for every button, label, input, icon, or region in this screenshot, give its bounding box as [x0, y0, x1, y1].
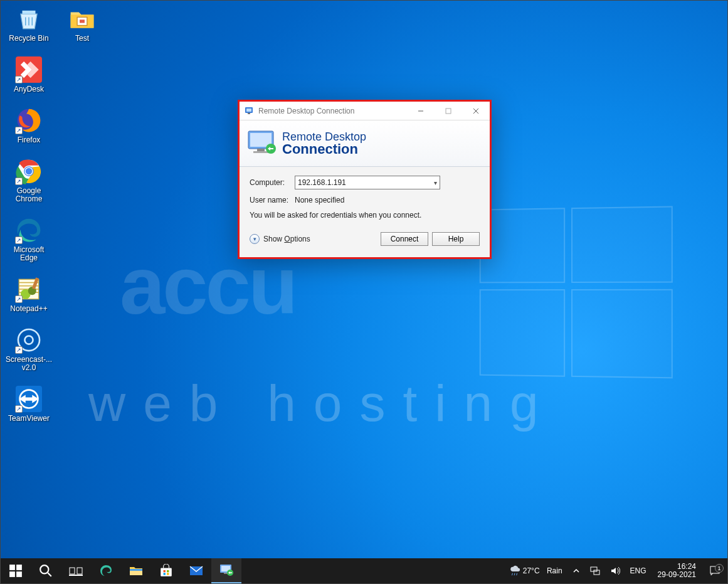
task-view-button[interactable]	[61, 558, 91, 583]
svg-rect-35	[69, 575, 83, 576]
tray-language[interactable]: ENG	[625, 558, 652, 583]
taskbar-app-edge[interactable]	[91, 558, 121, 583]
svg-line-48	[512, 573, 512, 576]
desktop-icon-screencast[interactable]: ↗ Screencast-... v2.0	[7, 327, 51, 372]
svg-line-49	[514, 573, 515, 576]
computer-combobox[interactable]: 192.168.1.191 ▾	[295, 176, 440, 189]
show-options-toggle[interactable]: ▾ Show Options	[250, 234, 310, 244]
shortcut-arrow-icon: ↗	[15, 76, 23, 83]
desktop-icon-label: Screencast-... v2.0	[6, 356, 52, 372]
folder-icon	[69, 6, 95, 32]
svg-point-4	[26, 168, 33, 175]
tray-network-icon[interactable]	[585, 558, 605, 583]
rdc-icon	[219, 563, 233, 577]
svg-rect-38	[161, 568, 172, 576]
rdc-banner: Remote DesktopConnection	[240, 120, 490, 167]
computer-value: 192.168.1.191	[298, 178, 346, 187]
weather-rain-icon	[509, 565, 520, 576]
minimize-button[interactable]	[407, 102, 435, 120]
anydesk-icon: ↗	[16, 56, 42, 83]
show-options-label: Show Options	[263, 235, 310, 243]
action-center-button[interactable]: 1	[702, 565, 727, 576]
search-button[interactable]	[31, 558, 61, 583]
watermark-webhosting: web hosting	[88, 374, 556, 433]
chrome-icon: ↗	[16, 158, 42, 184]
desktop-icon-label: Notepad++	[10, 305, 47, 313]
tray-overflow[interactable]	[567, 558, 585, 583]
notification-count: 1	[715, 564, 724, 573]
microsoft-store-icon	[159, 564, 173, 578]
taskbar-app-rdc[interactable]	[211, 558, 241, 583]
desktop-icon-microsoft-edge[interactable]: ↗ Microsoft Edge	[7, 217, 51, 262]
window-title: Remote Desktop Connection	[258, 107, 354, 115]
desktop-icon-anydesk[interactable]: ↗ AnyDesk	[7, 56, 51, 93]
recycle-bin-icon	[16, 6, 42, 32]
connect-button[interactable]: Connect	[381, 232, 428, 246]
svg-point-31	[40, 565, 48, 573]
svg-rect-41	[164, 573, 166, 575]
svg-rect-30	[16, 571, 22, 577]
help-button[interactable]: Help	[432, 232, 480, 246]
svg-rect-37	[130, 569, 142, 571]
chevron-down-icon: ▾	[434, 179, 437, 186]
svg-rect-39	[164, 570, 166, 572]
rdc-app-icon	[245, 106, 255, 116]
maximize-button[interactable]	[435, 102, 462, 120]
chevron-up-icon	[572, 567, 580, 575]
weather-condition: Rain	[547, 566, 562, 575]
desktop-icon-notepad-plus-plus[interactable]: ↗ Notepad++	[7, 276, 51, 313]
credentials-hint: You will be asked for credentials when y…	[250, 211, 480, 220]
svg-rect-19	[446, 109, 451, 114]
window-titlebar[interactable]: Remote Desktop Connection	[240, 102, 490, 120]
desktop-icon-label: Microsoft Edge	[7, 246, 51, 262]
desktop-icons-col1: Recycle Bin ↗ AnyDesk ↗ Firefox ↗ Google…	[7, 6, 57, 437]
weather-widget[interactable]: 27°C Rain	[504, 558, 567, 583]
file-explorer-icon	[129, 564, 143, 578]
username-label: User name:	[250, 196, 295, 204]
computer-label: Computer:	[250, 178, 295, 187]
system-tray: 27°C Rain ENG 16:24 29-09-2021 1	[504, 558, 727, 583]
svg-rect-17	[248, 113, 250, 114]
tray-clock[interactable]: 16:24 29-09-2021	[652, 563, 702, 579]
teamviewer-icon: ↗	[16, 386, 42, 412]
chevron-down-icon: ▾	[250, 234, 260, 244]
svg-rect-25	[253, 151, 268, 153]
rdc-body: Computer: 192.168.1.191 ▾ User name: Non…	[240, 167, 490, 257]
windows-desktop: accu web hosting Recycle Bin ↗ AnyDesk ↗…	[0, 0, 728, 584]
tray-volume-icon[interactable]	[605, 558, 625, 583]
desktop-icon-firefox[interactable]: ↗ Firefox	[7, 107, 51, 144]
windows-start-icon	[9, 564, 23, 578]
desktop-icon-teamviewer[interactable]: ↗ TeamViewer	[7, 386, 51, 423]
taskbar: 27°C Rain ENG 16:24 29-09-2021 1	[1, 558, 727, 583]
shortcut-arrow-icon: ↗	[15, 178, 23, 185]
tray-language-label: ENG	[630, 566, 646, 575]
svg-rect-24	[257, 149, 265, 151]
desktop-icon-label: Test	[75, 35, 89, 43]
shortcut-arrow-icon: ↗	[15, 405, 23, 413]
rdc-banner-title: Remote DesktopConnection	[282, 130, 366, 156]
desktop-icon-label: Recycle Bin	[9, 35, 48, 43]
svg-line-32	[48, 573, 51, 576]
shortcut-arrow-icon: ↗	[15, 236, 23, 244]
desktop-icon-google-chrome[interactable]: ↗ Google Chrome	[7, 158, 51, 203]
desktop-icon-test-folder[interactable]: Test	[60, 6, 104, 43]
close-button[interactable]	[462, 102, 490, 120]
desktop-icon-label: Firefox	[18, 136, 41, 144]
svg-point-10	[24, 336, 33, 344]
desktop-icon-recycle-bin[interactable]: Recycle Bin	[7, 6, 51, 43]
screencast-icon: ↗	[16, 327, 42, 353]
username-value: None specified	[295, 196, 344, 204]
desktop-icon-label: AnyDesk	[14, 85, 44, 93]
shortcut-arrow-icon: ↗	[15, 295, 23, 303]
edge-icon: ↗	[16, 217, 42, 243]
start-button[interactable]	[1, 558, 31, 583]
taskbar-app-store[interactable]	[151, 558, 181, 583]
shortcut-arrow-icon: ↗	[15, 346, 23, 354]
taskbar-app-mail[interactable]	[181, 558, 211, 583]
taskbar-app-explorer[interactable]	[121, 558, 151, 583]
edge-icon	[99, 564, 113, 578]
remote-desktop-window: Remote Desktop Connection Remote Desktop…	[238, 100, 492, 259]
tray-date: 29-09-2021	[658, 571, 696, 579]
desktop-icon-label: Google Chrome	[7, 187, 51, 203]
shortcut-arrow-icon: ↗	[15, 127, 23, 134]
